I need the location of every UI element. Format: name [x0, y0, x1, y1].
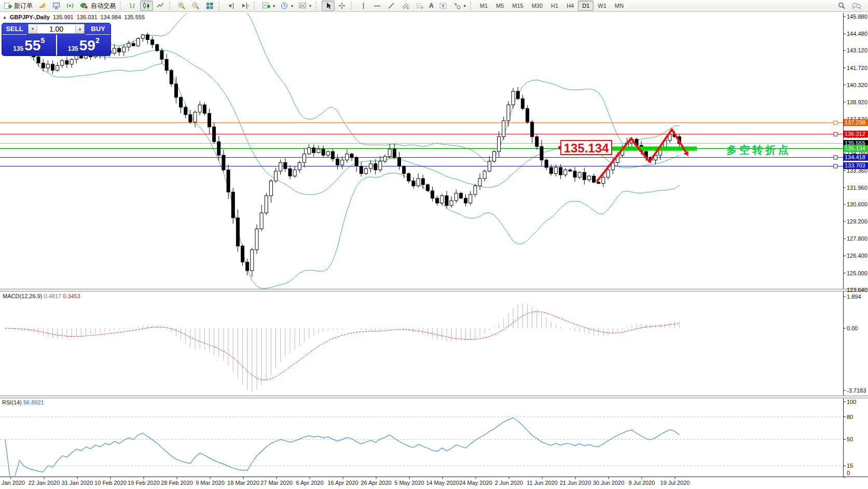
- main-price-panel: [0, 9, 843, 288]
- candle-body: [255, 229, 258, 249]
- sell-price-prefix: 135: [13, 45, 23, 52]
- annotation-handle[interactable]: [558, 146, 561, 149]
- candle-body: [198, 105, 201, 112]
- periods-dropdown-caret[interactable]: ▾: [291, 4, 293, 8]
- timeframe-button-m5[interactable]: M5: [492, 1, 508, 11]
- timeframe-button-mn[interactable]: MN: [611, 1, 628, 11]
- candle-body: [308, 148, 311, 154]
- metaeditor-button[interactable]: [50, 1, 63, 11]
- ohlc-low: 134.984: [101, 14, 121, 20]
- price-annotation-box[interactable]: 135.134: [560, 140, 612, 155]
- ohlc-high: 136.031: [77, 14, 98, 20]
- cursor-icon: [324, 2, 333, 10]
- candle-body: [227, 170, 230, 192]
- line-handle[interactable]: [834, 156, 837, 159]
- fibonacci-tool-button[interactable]: F: [413, 1, 426, 11]
- candle-body: [597, 182, 600, 183]
- candle-body: [302, 154, 306, 163]
- periods-button[interactable]: ▾: [278, 1, 295, 11]
- candle-body: [37, 57, 40, 63]
- templates-dropdown-caret[interactable]: ▾: [309, 4, 311, 8]
- crosshair-tool-button[interactable]: [336, 1, 349, 11]
- horizontal-line-tool-button[interactable]: [371, 1, 384, 11]
- pivot-annotation-text[interactable]: 多空转折点: [726, 143, 791, 157]
- chat-button[interactable]: [849, 1, 863, 11]
- candle-body: [474, 186, 477, 194]
- candle-body: [279, 162, 282, 171]
- line-handle[interactable]: [834, 164, 837, 168]
- timeframe-button-m1[interactable]: M1: [476, 1, 492, 11]
- zoom-out-button[interactable]: [189, 1, 202, 11]
- auto-scroll-button[interactable]: [225, 1, 238, 11]
- candle-body: [512, 91, 515, 105]
- bar-chart-button[interactable]: [126, 1, 139, 11]
- candle-body: [360, 166, 363, 174]
- templates-icon: [298, 2, 307, 10]
- timeframe-button-h4[interactable]: H4: [562, 1, 578, 11]
- sell-price-button[interactable]: 135 55 5: [2, 35, 56, 56]
- timeframe-button-d1[interactable]: D1: [578, 1, 594, 11]
- macd-panel-separator[interactable]: [0, 289, 868, 291]
- equidistant-channel-icon: E: [401, 2, 410, 10]
- indicators-button[interactable]: ▾: [260, 1, 277, 11]
- buy-price-button[interactable]: 135 59 2: [57, 35, 111, 56]
- timeframe-button-m30[interactable]: M30: [528, 1, 547, 11]
- volume-input[interactable]: 1.00: [37, 24, 75, 33]
- auto-trading-button[interactable]: 自动交易: [78, 1, 118, 11]
- timeframe-button-w1[interactable]: W1: [594, 1, 611, 11]
- candle-body: [573, 171, 576, 177]
- chart-shift-button[interactable]: [239, 1, 252, 11]
- line-handle[interactable]: [834, 132, 837, 136]
- templates-button[interactable]: ▾: [296, 1, 313, 11]
- trendline-tool-button[interactable]: [385, 1, 398, 11]
- shapes-dropdown-caret[interactable]: ▾: [464, 4, 466, 8]
- search-button[interactable]: [835, 1, 848, 11]
- sell-button[interactable]: SELL: [2, 23, 27, 35]
- zigzag-trend-arrow[interactable]: [597, 129, 686, 181]
- candle-body: [46, 64, 49, 68]
- candle-body: [288, 169, 292, 176]
- candle-body: [284, 162, 287, 169]
- indicators-dropdown-caret[interactable]: ▾: [273, 4, 275, 8]
- one-click-trading-panel: SELL ▼ 1.00 ▲ BUY 135 55 5 135 59 2: [2, 23, 111, 56]
- ohlc-close: 135.555: [124, 14, 145, 20]
- buy-price-prefix: 135: [68, 45, 78, 52]
- text-tool-button[interactable]: A: [427, 1, 436, 11]
- collapse-triangle-icon[interactable]: ▲: [3, 15, 7, 20]
- zoom-in-button[interactable]: [175, 1, 188, 11]
- line-handle[interactable]: [834, 121, 837, 124]
- auto-trading-icon: [80, 2, 89, 10]
- chart-canvas[interactable]: [0, 0, 868, 489]
- volume-increase-button[interactable]: ▲: [75, 24, 84, 33]
- vertical-line-tool-button[interactable]: [357, 1, 370, 11]
- toolbar-grip: [120, 2, 123, 10]
- volume-stepper: ▼ 1.00 ▲: [28, 24, 85, 34]
- channel-tool-button[interactable]: E: [399, 1, 412, 11]
- candle-body: [241, 246, 244, 262]
- line-chart-button[interactable]: [154, 1, 167, 11]
- timeframe-button-h1[interactable]: H1: [547, 1, 562, 11]
- candle-body: [369, 164, 373, 169]
- rsi-panel-separator[interactable]: [0, 396, 868, 398]
- cursor-tool-button[interactable]: [322, 1, 335, 11]
- candle-body: [346, 154, 349, 160]
- candle-body: [146, 35, 149, 39]
- new-order-label: 新订单: [14, 2, 33, 10]
- candle-body: [265, 195, 268, 213]
- community-button[interactable]: [36, 1, 49, 11]
- buy-button[interactable]: BUY: [86, 23, 111, 35]
- candle-body: [132, 44, 135, 46]
- signals-button[interactable]: [64, 1, 77, 11]
- candle-body: [440, 195, 444, 203]
- candlestick-chart-button[interactable]: [140, 1, 153, 11]
- timeframe-button-m15[interactable]: M15: [508, 1, 527, 11]
- buy-price-main: 59: [79, 36, 95, 55]
- shapes-tool-button[interactable]: ▾: [451, 1, 468, 11]
- sell-price-main: 55: [24, 36, 40, 55]
- text-label-tool-button[interactable]: T: [437, 1, 450, 11]
- symbol-name: GBPJPY-,Daily: [10, 14, 50, 20]
- candle-body: [549, 167, 553, 174]
- tile-windows-button[interactable]: [203, 1, 216, 11]
- new-order-button[interactable]: 新订单: [2, 1, 35, 11]
- volume-decrease-button[interactable]: ▼: [29, 24, 37, 33]
